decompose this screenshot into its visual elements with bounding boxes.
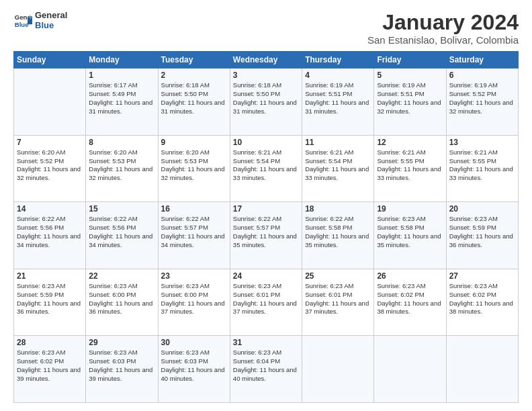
day-info: Sunrise: 6:23 AMSunset: 6:00 PMDaylight:… [89,282,154,316]
day-info: Sunrise: 6:22 AMSunset: 5:57 PMDaylight:… [161,215,227,249]
table-row: 16 Sunrise: 6:22 AMSunset: 5:57 PMDaylig… [158,202,230,269]
day-number: 28 [17,338,83,347]
table-row: 28 Sunrise: 6:23 AMSunset: 6:02 PMDaylig… [14,336,86,403]
table-row: 19 Sunrise: 6:23 AMSunset: 5:58 PMDaylig… [374,202,446,269]
table-row: 23 Sunrise: 6:23 AMSunset: 6:00 PMDaylig… [158,269,230,336]
table-row: 5 Sunrise: 6:19 AMSunset: 5:51 PMDayligh… [374,68,446,136]
calendar-week-row: 28 Sunrise: 6:23 AMSunset: 6:02 PMDaylig… [14,336,519,403]
day-number: 5 [377,71,443,80]
day-number: 7 [17,138,83,147]
calendar-week-row: 1 Sunrise: 6:17 AMSunset: 5:49 PMDayligh… [14,68,519,136]
day-number: 20 [449,204,515,214]
table-row: 1 Sunrise: 6:17 AMSunset: 5:49 PMDayligh… [86,68,158,136]
day-number: 26 [377,271,443,281]
table-row: 8 Sunrise: 6:20 AMSunset: 5:53 PMDayligh… [86,135,158,202]
calendar-subtitle: San Estanislao, Bolivar, Colombia [367,34,519,46]
table-row: 13 Sunrise: 6:21 AMSunset: 5:55 PMDaylig… [446,135,518,202]
table-row: 21 Sunrise: 6:23 AMSunset: 5:59 PMDaylig… [14,269,86,336]
day-info: Sunrise: 6:21 AMSunset: 5:55 PMDaylight:… [449,148,515,183]
day-info: Sunrise: 6:23 AMSunset: 5:59 PMDaylight:… [449,215,515,249]
day-number: 12 [377,138,443,147]
table-row [446,336,518,403]
table-row [14,68,86,136]
day-info: Sunrise: 6:23 AMSunset: 5:58 PMDaylight:… [377,215,443,249]
table-row: 27 Sunrise: 6:23 AMSunset: 6:02 PMDaylig… [446,269,518,336]
table-row: 18 Sunrise: 6:22 AMSunset: 5:58 PMDaylig… [302,202,374,269]
day-number: 29 [89,338,154,347]
table-row: 17 Sunrise: 6:22 AMSunset: 5:57 PMDaylig… [230,202,302,269]
day-info: Sunrise: 6:23 AMSunset: 6:03 PMDaylight:… [161,349,227,383]
day-info: Sunrise: 6:22 AMSunset: 5:56 PMDaylight:… [17,215,83,249]
day-info: Sunrise: 6:20 AMSunset: 5:53 PMDaylight:… [89,148,154,183]
day-number: 18 [305,204,371,214]
table-row: 25 Sunrise: 6:23 AMSunset: 6:01 PMDaylig… [302,269,374,336]
day-info: Sunrise: 6:23 AMSunset: 6:02 PMDaylight:… [377,282,443,316]
table-row: 29 Sunrise: 6:23 AMSunset: 6:03 PMDaylig… [86,336,158,403]
day-info: Sunrise: 6:23 AMSunset: 6:02 PMDaylight:… [449,282,515,316]
day-info: Sunrise: 6:23 AMSunset: 6:00 PMDaylight:… [161,282,227,316]
day-number: 30 [161,338,227,347]
day-info: Sunrise: 6:23 AMSunset: 6:04 PMDaylight:… [233,349,299,383]
day-number: 3 [233,71,299,80]
day-info: Sunrise: 6:20 AMSunset: 5:53 PMDaylight:… [161,148,227,183]
calendar-week-row: 21 Sunrise: 6:23 AMSunset: 5:59 PMDaylig… [14,269,519,336]
table-row: 24 Sunrise: 6:23 AMSunset: 6:01 PMDaylig… [230,269,302,336]
table-row: 12 Sunrise: 6:21 AMSunset: 5:55 PMDaylig… [374,135,446,202]
day-number: 8 [89,138,154,147]
table-row: 14 Sunrise: 6:22 AMSunset: 5:56 PMDaylig… [14,202,86,269]
calendar-week-row: 14 Sunrise: 6:22 AMSunset: 5:56 PMDaylig… [14,202,519,269]
day-number: 17 [233,204,299,214]
day-number: 22 [89,271,154,281]
header-wednesday: Wednesday [230,52,302,68]
title-block: January 2024 San Estanislao, Bolivar, Co… [367,11,519,46]
table-row: 15 Sunrise: 6:22 AMSunset: 5:56 PMDaylig… [86,202,158,269]
table-row: 22 Sunrise: 6:23 AMSunset: 6:00 PMDaylig… [86,269,158,336]
day-info: Sunrise: 6:23 AMSunset: 6:01 PMDaylight:… [305,282,371,316]
header-saturday: Saturday [446,52,518,68]
day-number: 10 [233,138,299,147]
calendar-table: Sunday Monday Tuesday Wednesday Thursday… [13,51,519,403]
weekday-header-row: Sunday Monday Tuesday Wednesday Thursday… [14,52,519,68]
day-number: 11 [305,138,371,147]
header-sunday: Sunday [14,52,86,68]
table-row: 31 Sunrise: 6:23 AMSunset: 6:04 PMDaylig… [230,336,302,403]
day-info: Sunrise: 6:22 AMSunset: 5:57 PMDaylight:… [233,215,299,249]
table-row: 11 Sunrise: 6:21 AMSunset: 5:54 PMDaylig… [302,135,374,202]
header-tuesday: Tuesday [158,52,230,68]
day-number: 21 [17,271,83,281]
table-row: 30 Sunrise: 6:23 AMSunset: 6:03 PMDaylig… [158,336,230,403]
day-number: 15 [89,204,154,214]
day-number: 13 [449,138,515,147]
day-number: 23 [161,271,227,281]
table-row: 9 Sunrise: 6:20 AMSunset: 5:53 PMDayligh… [158,135,230,202]
table-row: 20 Sunrise: 6:23 AMSunset: 5:59 PMDaylig… [446,202,518,269]
day-info: Sunrise: 6:18 AMSunset: 5:50 PMDaylight:… [161,81,227,116]
day-info: Sunrise: 6:19 AMSunset: 5:51 PMDaylight:… [377,81,443,116]
header-thursday: Thursday [302,52,374,68]
header-monday: Monday [86,52,158,68]
table-row: 7 Sunrise: 6:20 AMSunset: 5:52 PMDayligh… [14,135,86,202]
day-info: Sunrise: 6:23 AMSunset: 6:02 PMDaylight:… [17,349,83,383]
day-info: Sunrise: 6:23 AMSunset: 5:59 PMDaylight:… [17,282,83,316]
table-row [374,336,446,403]
day-info: Sunrise: 6:17 AMSunset: 5:49 PMDaylight:… [89,81,154,116]
day-number: 25 [305,271,371,281]
day-info: Sunrise: 6:22 AMSunset: 5:56 PMDaylight:… [89,215,154,249]
logo-icon: General Blue [13,11,32,30]
calendar-page: General Blue General Blue January 2024 S… [0,0,532,411]
table-row [302,336,374,403]
logo-general: General [35,11,67,21]
day-info: Sunrise: 6:23 AMSunset: 6:01 PMDaylight:… [233,282,299,316]
calendar-week-row: 7 Sunrise: 6:20 AMSunset: 5:52 PMDayligh… [14,135,519,202]
header: General Blue General Blue January 2024 S… [13,11,519,46]
table-row: 10 Sunrise: 6:21 AMSunset: 5:54 PMDaylig… [230,135,302,202]
day-number: 6 [449,71,515,80]
day-info: Sunrise: 6:22 AMSunset: 5:58 PMDaylight:… [305,215,371,249]
day-info: Sunrise: 6:18 AMSunset: 5:50 PMDaylight:… [233,81,299,116]
day-info: Sunrise: 6:20 AMSunset: 5:52 PMDaylight:… [17,148,83,183]
day-info: Sunrise: 6:23 AMSunset: 6:03 PMDaylight:… [89,349,154,383]
day-info: Sunrise: 6:19 AMSunset: 5:51 PMDaylight:… [305,81,371,116]
table-row: 3 Sunrise: 6:18 AMSunset: 5:50 PMDayligh… [230,68,302,136]
day-number: 24 [233,271,299,281]
day-info: Sunrise: 6:21 AMSunset: 5:54 PMDaylight:… [305,148,371,183]
